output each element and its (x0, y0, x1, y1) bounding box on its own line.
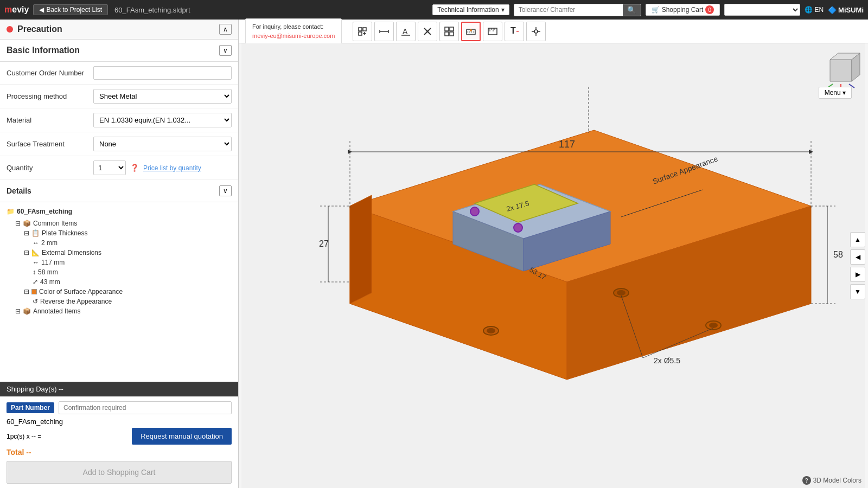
structure-tool-button[interactable] (526, 22, 546, 41)
svg-rect-12 (445, 27, 449, 31)
processing-method-label: Processing method (7, 92, 93, 100)
search-icon: 🔍 (627, 6, 636, 14)
delete-tool-button[interactable] (418, 22, 437, 41)
grid-tool-button[interactable] (439, 22, 459, 41)
svg-point-43 (617, 290, 626, 296)
tree-58mm[interactable]: ↕ 58 mm (7, 267, 232, 277)
surface-tool-button[interactable] (461, 22, 481, 41)
delete-icon (422, 26, 433, 37)
tree-view: 📁 60_FAsm_etching ⊟ 📦 Common Items ⊟ 📋 P… (0, 202, 238, 320)
basic-info-header[interactable]: Basic Information ∨ (0, 40, 238, 62)
svg-rect-2 (359, 32, 362, 35)
tree-117mm[interactable]: ↔ 117 mm (7, 258, 232, 267)
y-dim-icon: ↕ (33, 268, 36, 276)
price-list-link[interactable]: Price list by quantity (143, 164, 201, 172)
x-dim-icon: ↔ (33, 259, 39, 266)
status-text: 3D Model Colors (813, 477, 861, 484)
text-tool-button[interactable]: A (396, 22, 416, 41)
misumi-logo-icon: 🔷 (828, 6, 837, 14)
details-collapse-button[interactable]: ∨ (219, 185, 232, 196)
profile-dropdown[interactable] (724, 4, 800, 16)
svg-point-26 (534, 30, 538, 33)
dimension-icon (379, 26, 390, 37)
customer-order-input[interactable] (93, 66, 232, 80)
customer-order-row: Customer Order Number (0, 62, 238, 85)
tree-reverse-appearance[interactable]: ↺ Reverse the Appearance (7, 297, 232, 306)
back-button[interactable]: ◀ Back to Project List (33, 4, 108, 15)
tree-color-surface[interactable]: ⊟ Color of Surface Appearance (7, 287, 232, 297)
part-number-input[interactable] (59, 401, 232, 414)
rotate-down-button[interactable]: ▼ (850, 284, 865, 299)
cart-badge: 0 (705, 5, 714, 14)
basic-info-collapse-button[interactable]: ∨ (219, 45, 232, 56)
svg-point-18 (470, 29, 472, 31)
measure-icon (487, 26, 498, 37)
top-navigation: meviy ◀ Back to Project List 60_FAsm_etc… (0, 0, 868, 20)
globe-icon: 🌐 (805, 6, 813, 14)
details-title: Details (7, 187, 31, 195)
quantity-select[interactable]: 123510 (93, 160, 126, 175)
plate-icon: 📋 (31, 229, 40, 237)
processing-method-select[interactable]: Sheet Metal Cutting 3D Printing (93, 89, 232, 104)
3d-viewer-area[interactable]: 117 27 58 Surface Appearance 2x Ø5.5 (239, 43, 868, 488)
filename-label: 60_FAsm_etching.sldprt (114, 6, 190, 14)
svg-text:58: 58 (833, 250, 843, 259)
tree-43mm[interactable]: ⤢ 43 mm (7, 277, 232, 287)
precaution-collapse-button[interactable]: ∧ (219, 24, 232, 35)
inquiry-text: For inquiry, please contact: (252, 22, 335, 31)
material-row: Material EN 1.0330 equiv.(EN 1.032... (0, 108, 238, 132)
menu-button[interactable]: Menu ▾ (819, 87, 852, 99)
material-select[interactable]: EN 1.0330 equiv.(EN 1.032... (93, 113, 232, 127)
3d-model-svg: 117 27 58 Surface Appearance 2x Ø5.5 (239, 43, 868, 488)
tree-2mm[interactable]: ↔ 2 mm (7, 238, 232, 248)
z-dim-icon: ⤢ (33, 278, 38, 286)
request-quotation-button[interactable]: Request manual quotation (132, 428, 232, 445)
help-circle-icon: ? (802, 476, 811, 485)
language-selector[interactable]: 🌐 EN (805, 6, 824, 14)
precaution-section[interactable]: Precaution ∧ (0, 20, 238, 40)
inquiry-box: For inquiry, please contact: meviy-eu@mi… (245, 18, 342, 44)
svg-rect-19 (488, 28, 497, 35)
grid-icon (444, 26, 455, 37)
viewer-status: ? 3D Model Colors (802, 476, 861, 485)
surface-icon (465, 26, 476, 37)
svg-rect-15 (450, 32, 454, 36)
quantity-row: Quantity 123510 ❓ Price list by quantity (0, 156, 238, 180)
svg-text:T: T (510, 26, 516, 35)
move-icon (357, 26, 368, 37)
material-label: Material (7, 116, 93, 124)
part-number-label: Part Number (7, 402, 54, 413)
search-button[interactable]: 🔍 (623, 4, 641, 16)
tree-external-dimensions[interactable]: ⊟ 📐 External Dimensions (7, 248, 232, 258)
measure-tool-button[interactable] (483, 22, 502, 41)
search-bar: 🔍 (514, 4, 641, 16)
details-header[interactable]: Details ∨ (0, 180, 238, 202)
viewer-toolbar: For inquiry, please contact: meviy-eu@mi… (239, 20, 868, 43)
tree-common-items[interactable]: ⊟ 📦 Common Items (7, 219, 232, 228)
move-tool-button[interactable] (353, 22, 372, 41)
tree-annotated-items[interactable]: ⊟ 📦 Annotated Items (7, 306, 232, 316)
shopping-cart-button[interactable]: 🛒 Shopping Cart 0 (646, 4, 720, 16)
back-arrow-icon: ◀ (39, 6, 44, 14)
processing-method-row: Processing method Sheet Metal Cutting 3D… (0, 85, 238, 108)
add-to-cart-button[interactable]: Add to Shopping Cart (7, 461, 232, 484)
minus-icon2: ⊟ (24, 229, 29, 237)
total-label: Total -- (7, 448, 31, 457)
rotate-up-button[interactable]: ▲ (850, 232, 865, 247)
text2-tool-button[interactable]: T (505, 22, 524, 41)
tree-plate-thickness[interactable]: ⊟ 📋 Plate Thickness (7, 228, 232, 238)
qty-text: 1pc(s) x -- = (7, 433, 41, 440)
precaution-title: Precaution (17, 24, 62, 34)
svg-rect-0 (359, 28, 362, 31)
meviy-logo: meviy (4, 5, 29, 15)
surface-treatment-select[interactable]: None Zinc Plating Nickel Plating Black O… (93, 137, 232, 151)
tech-info-dropdown[interactable]: Technical Information ▾ (432, 4, 509, 15)
misumi-brand: 🔷 MiSUMi (828, 6, 864, 14)
svg-point-46 (514, 223, 522, 232)
rotate-right-button[interactable]: ▶ (850, 267, 865, 282)
search-input[interactable] (514, 5, 623, 15)
shipping-label: Shipping Day(s) -- (7, 385, 63, 393)
rotate-left-button[interactable]: ◀ (850, 249, 865, 265)
dimension-tool-button[interactable] (374, 22, 394, 41)
part-number-row: Part Number (7, 401, 232, 414)
